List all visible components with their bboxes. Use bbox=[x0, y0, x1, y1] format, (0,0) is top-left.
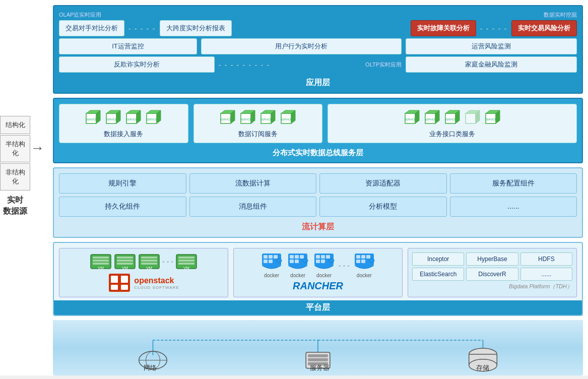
svg-rect-113 bbox=[308, 354, 328, 357]
service-icons-biz: SERVICE SERVICE SERVICE bbox=[332, 108, 572, 127]
svg-rect-95 bbox=[321, 260, 325, 263]
svg-text:SERVICE: SERVICE bbox=[220, 118, 232, 121]
docker-label-3: docker bbox=[316, 273, 332, 278]
cube-icon-11: SERVICE bbox=[443, 108, 462, 127]
mining-section: 数据实时挖掘 实时故障关联分析 - - - - - 实时交易风险分析 bbox=[320, 11, 577, 36]
svg-rect-68 bbox=[178, 260, 194, 262]
service-group-subscribe: SERVICE SERVICE SERVICE bbox=[193, 104, 323, 143]
service-group-biz: SERVICE SERVICE SERVICE bbox=[328, 104, 577, 143]
service-icons-ingest: SERVICE SERVICE SERVICE bbox=[63, 108, 184, 127]
svg-rect-85 bbox=[295, 255, 299, 259]
dash3: - - - - - - - - - bbox=[219, 61, 361, 69]
stream-box-analysis-model: 分析模型 bbox=[319, 197, 447, 217]
docker-label-4: docker bbox=[357, 273, 372, 278]
svg-text:VM: VM bbox=[183, 266, 189, 270]
row2-left: IT运营监控 用户行为实时分析 bbox=[59, 38, 402, 54]
openstack-icon bbox=[108, 273, 131, 293]
app-box-it: IT运营监控 bbox=[59, 38, 197, 54]
oltp-label: OLTP实时应用 bbox=[365, 61, 402, 69]
network-label-storage: 存储 bbox=[476, 363, 489, 372]
svg-text:SERVICE: SERVICE bbox=[106, 118, 117, 121]
left-labels: 结构化 半结构化 非结构化 实时数据源 bbox=[0, 116, 30, 217]
app-layer-title: 应用层 bbox=[59, 76, 577, 90]
svg-text:SERVICE: SERVICE bbox=[86, 118, 97, 121]
stream-box-message: 消息组件 bbox=[189, 197, 317, 217]
svg-text:SERVICE: SERVICE bbox=[240, 118, 252, 121]
svg-text:SERVICE: SERVICE bbox=[146, 118, 158, 121]
svg-rect-81 bbox=[269, 260, 273, 263]
svg-rect-52 bbox=[93, 257, 109, 259]
network-label-network: 网络 bbox=[144, 363, 157, 372]
docker-whale-3 bbox=[312, 252, 336, 273]
service-icons-subscribe: SERVICE SERVICE SERVICE bbox=[198, 108, 318, 127]
svg-rect-69 bbox=[178, 263, 194, 265]
svg-rect-98 bbox=[356, 255, 360, 259]
stream-layer-title: 流计算层 bbox=[59, 220, 577, 234]
service-label-subscribe: 数据订阅服务 bbox=[198, 130, 318, 139]
label-unstructured: 非结构化 bbox=[0, 163, 30, 191]
app-box-trade-compare: 交易对手对比分析 bbox=[59, 20, 124, 36]
stream-box-more: ...... bbox=[450, 197, 577, 217]
app-layer: OLAP近实时应用 交易对手对比分析 - - - - - 大跨度实时分析报表 数… bbox=[53, 5, 583, 94]
vm-icon-3: VM bbox=[138, 252, 160, 271]
svg-rect-63 bbox=[141, 260, 157, 262]
main-container: 结构化 半结构化 非结构化 实时数据源 → OLAP近实时应用 交易对手对比分析… bbox=[0, 0, 588, 375]
svg-rect-79 bbox=[274, 255, 278, 259]
svg-rect-88 bbox=[295, 260, 299, 263]
network-layer: 网络 服务器 存储 bbox=[53, 320, 583, 375]
cube-icon-7: SERVICE bbox=[259, 108, 277, 127]
vm-icons: VM VM bbox=[63, 252, 224, 271]
bigdata-caption: Bigdata Platform（TDH） bbox=[412, 283, 572, 290]
arrow-right: → bbox=[30, 140, 44, 156]
bigdata-hyperbase: HyperBase bbox=[466, 252, 518, 266]
cube-icon-2: SERVICE bbox=[104, 108, 122, 127]
docker-whale-1 bbox=[260, 252, 283, 273]
cube-icon-6: SERVICE bbox=[239, 108, 257, 127]
svg-rect-92 bbox=[321, 255, 325, 259]
svg-text:VM: VM bbox=[146, 266, 152, 270]
service-label-biz: 业务接口类服务 bbox=[332, 130, 572, 139]
svg-text:SERVICE: SERVICE bbox=[126, 118, 138, 121]
platform-vm: VM VM bbox=[59, 248, 228, 297]
platform-bigdata: Inceptor HyperBase HDFS ElasticSearch Di… bbox=[408, 248, 577, 297]
docker-label-2: docker bbox=[290, 273, 305, 278]
svg-text:VM: VM bbox=[122, 266, 128, 270]
svg-rect-64 bbox=[141, 263, 157, 265]
docker-whale-2 bbox=[286, 252, 309, 273]
docker-item-2: docker bbox=[286, 252, 309, 278]
dash1: - - - - - bbox=[128, 25, 156, 32]
svg-point-89 bbox=[303, 259, 308, 263]
left-datasource: 实时数据源 bbox=[0, 195, 30, 217]
vm-icon-2: VM bbox=[114, 252, 136, 271]
svg-rect-86 bbox=[300, 255, 304, 259]
bigdata-discoverer: DiscoverR bbox=[466, 268, 518, 281]
service-label-ingest: 数据接入服务 bbox=[63, 130, 184, 139]
olap-label: OLAP近实时应用 bbox=[59, 11, 316, 19]
svg-text:SERVICE: SERVICE bbox=[260, 118, 272, 121]
cube-icon-10: SERVICE bbox=[423, 108, 441, 127]
svg-rect-99 bbox=[361, 255, 365, 259]
openstack-logo: openstack CLOUD SOFTWARE bbox=[63, 273, 224, 293]
row2-right: 运营风险监测 bbox=[406, 38, 577, 54]
svg-rect-77 bbox=[264, 255, 268, 259]
label-semi-structured: 半结构化 bbox=[0, 135, 30, 162]
row3-left: 反欺诈实时分析 - - - - - - - - - OLTP实时应用 bbox=[59, 56, 402, 73]
vm-icon-4: VM bbox=[175, 252, 198, 271]
svg-point-96 bbox=[329, 259, 334, 263]
app-box-big-span: 大跨度实时分析报表 bbox=[160, 20, 232, 36]
svg-text:VM: VM bbox=[98, 266, 104, 270]
svg-text:SERVICE: SERVICE bbox=[405, 118, 416, 121]
svg-rect-58 bbox=[117, 260, 133, 262]
cube-icon-4: SERVICE bbox=[145, 108, 163, 127]
svg-point-103 bbox=[369, 259, 374, 263]
openstack-text-wrapper: openstack CLOUD SOFTWARE bbox=[134, 276, 179, 290]
stream-box-stream-calc: 流数据计算 bbox=[189, 173, 317, 194]
docker-dashes: - - - bbox=[339, 262, 350, 270]
openstack-name: openstack bbox=[134, 276, 179, 285]
svg-rect-114 bbox=[308, 358, 328, 361]
mining-label: 数据实时挖掘 bbox=[320, 11, 577, 19]
bigdata-more: ...... bbox=[520, 268, 572, 281]
svg-rect-73 bbox=[121, 276, 128, 283]
svg-rect-59 bbox=[117, 263, 133, 265]
svg-rect-102 bbox=[361, 260, 365, 263]
